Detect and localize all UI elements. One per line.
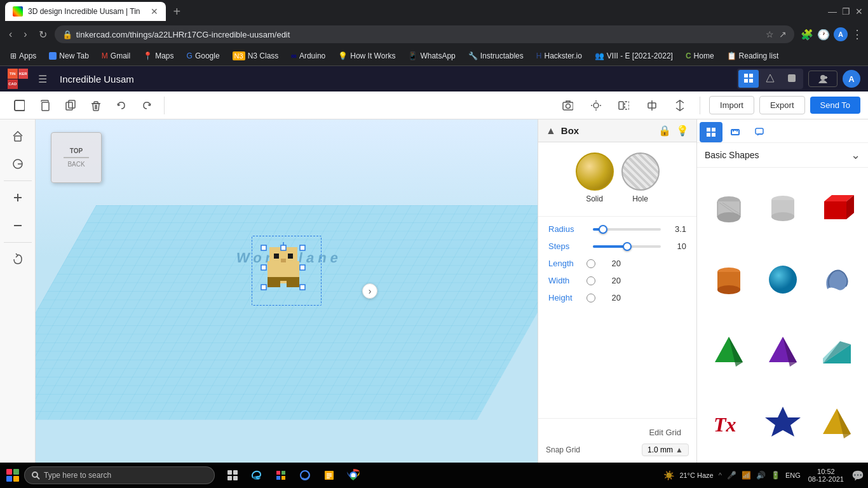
shape-orange-cylinder[interactable] (702, 245, 755, 315)
width-control[interactable] (587, 276, 595, 285)
bookmark-class[interactable]: 👥 VIII - E [2021-2022] (590, 50, 678, 62)
zoom-out-button[interactable] (6, 214, 29, 237)
share-icon[interactable]: ↗ (779, 29, 787, 39)
nav-cube[interactable]: TOP BACK (51, 132, 102, 183)
rotate-view-button[interactable] (6, 248, 29, 271)
zoom-in-button[interactable] (6, 186, 29, 209)
new-shape-button[interactable] (8, 94, 31, 117)
bookmark-home[interactable]: C Home (681, 50, 719, 62)
shapes-chat-tab[interactable] (748, 122, 771, 142)
shape-squiggle[interactable] (810, 245, 863, 315)
delete-button[interactable] (84, 94, 107, 117)
extensions-icon[interactable]: 🧩 (801, 29, 813, 41)
property-collapse-button[interactable]: ▲ (546, 125, 556, 137)
shape-purple-pyramid[interactable] (756, 316, 809, 386)
shape-view-button[interactable] (782, 70, 802, 88)
forward-button[interactable]: › (20, 26, 31, 43)
shapes-grid-tab[interactable] (700, 122, 722, 142)
bookmark-maps[interactable]: 📍 Maps (138, 50, 179, 62)
shape-cylinder[interactable] (756, 173, 809, 243)
bookmark-apps[interactable]: ⊞ Apps (5, 50, 41, 62)
menu-icon[interactable]: ⋮ (851, 27, 863, 41)
shapes-ruler-tab[interactable] (724, 122, 747, 142)
bookmark-google[interactable]: G Google (182, 50, 225, 62)
bookmark-n3class[interactable]: N3 N3 Class (227, 50, 284, 62)
shape-diagonal-cylinder[interactable] (702, 173, 755, 243)
close-button[interactable]: ✕ (855, 6, 863, 17)
3d-object[interactable] (258, 242, 315, 299)
taskbar-edge2[interactable] (295, 465, 315, 485)
viewport[interactable]: Workplane TOP BACK (36, 119, 538, 463)
svg-line-89 (37, 477, 39, 479)
back-button[interactable]: ‹ (5, 26, 16, 43)
fit-view-button[interactable] (6, 152, 29, 175)
grid-view-button[interactable] (738, 70, 759, 88)
profile-avatar[interactable]: A (834, 27, 848, 41)
menu-toggle-button[interactable]: ☰ (38, 73, 47, 85)
taskbar-files[interactable] (319, 465, 339, 485)
user-avatar[interactable]: A (843, 70, 860, 88)
bookmark-whatsapp[interactable]: 📱 WhatsApp (403, 50, 460, 62)
export-button[interactable]: Export (759, 96, 805, 114)
shape-teal-wedge[interactable] (810, 316, 863, 386)
taskbar-chrome[interactable] (343, 465, 363, 485)
shape-red-box[interactable] (810, 173, 863, 243)
import-button[interactable]: Import (709, 96, 754, 114)
mic-icon[interactable]: 🎤 (727, 471, 736, 480)
hole-shape-option[interactable]: Hole (621, 152, 660, 203)
bookmark-star-icon[interactable]: ☆ (766, 29, 774, 39)
bookmark-hackster[interactable]: H Hackster.io (531, 50, 587, 62)
light-button[interactable] (584, 94, 607, 117)
shape-star[interactable] (756, 388, 809, 458)
property-visibility-button[interactable]: 💡 (676, 125, 689, 137)
active-tab[interactable]: 3D design Incredible Uusam | Tin ✕ (5, 2, 166, 21)
profile-clock-icon[interactable]: 🕐 (817, 29, 830, 41)
flip-button[interactable] (668, 94, 691, 117)
shapes-dropdown-button[interactable]: ⌄ (851, 148, 860, 162)
duplicate-button[interactable] (58, 94, 81, 117)
bookmark-arduino[interactable]: ∞ Arduino (286, 50, 330, 62)
new-tab-button[interactable]: + (168, 4, 186, 19)
align-button[interactable] (640, 94, 663, 117)
volume-icon[interactable]: 🔊 (756, 471, 766, 480)
copy-button[interactable] (33, 94, 56, 117)
steps-slider[interactable] (593, 245, 661, 248)
property-lock-button[interactable]: 🔒 (658, 125, 671, 137)
panel-collapse-button[interactable]: › (362, 283, 377, 299)
radius-slider[interactable] (593, 228, 661, 231)
camera-button[interactable] (556, 94, 579, 117)
start-button[interactable] (4, 466, 22, 484)
shape-sphere[interactable] (756, 245, 809, 315)
bookmark-howitworks[interactable]: 💡 How It Works (333, 50, 400, 62)
build-view-button[interactable] (760, 70, 780, 88)
bookmark-gmail[interactable]: M Gmail (97, 50, 135, 62)
maximize-button[interactable]: ❐ (842, 6, 850, 17)
add-user-button[interactable] (808, 71, 837, 87)
address-bar[interactable]: 🔒 tinkercad.com/things/a22LHRr17CG-incre… (55, 25, 794, 43)
send-to-button[interactable]: Send To (810, 97, 860, 114)
shape-yellow-pyramid[interactable] (810, 388, 863, 458)
tab-close-button[interactable]: ✕ (151, 6, 158, 17)
notification-button[interactable]: 💬 (851, 470, 864, 482)
solid-shape-option[interactable]: Solid (576, 152, 614, 203)
snap-grid-control[interactable]: 1.0 mm ▲ (642, 444, 689, 456)
taskbar-store[interactable] (271, 465, 291, 485)
bookmark-readinglist[interactable]: 📋 Reading list (722, 50, 784, 62)
undo-button[interactable] (109, 94, 132, 117)
redo-button[interactable] (135, 94, 158, 117)
home-view-button[interactable] (6, 125, 29, 147)
edit-grid-button[interactable]: Edit Grid (546, 425, 689, 440)
taskbar-task-view[interactable] (222, 465, 243, 485)
length-control[interactable] (587, 259, 595, 268)
minimize-button[interactable]: — (828, 6, 837, 17)
wifi-icon[interactable]: 📶 (742, 471, 751, 480)
bookmark-newtab[interactable]: New Tab (44, 50, 93, 62)
refresh-button[interactable]: ↻ (35, 26, 51, 43)
height-control[interactable] (587, 294, 595, 302)
shape-green-pyramid[interactable] (702, 316, 755, 386)
taskbar-edge[interactable] (247, 465, 267, 485)
taskbar-search[interactable]: Type here to search (24, 466, 215, 484)
bookmark-instructables[interactable]: 🔧 Instructables (463, 50, 529, 62)
shape-text[interactable]: Tx (702, 388, 755, 458)
mirror-button[interactable] (612, 94, 635, 117)
